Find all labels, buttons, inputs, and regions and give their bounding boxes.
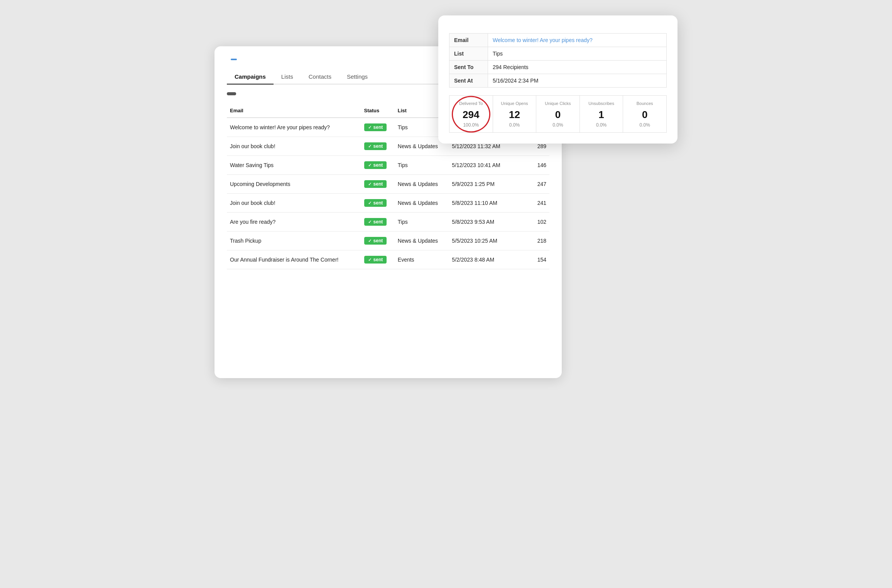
stat-box: Unique Opens 12 0.0%: [493, 95, 537, 133]
cell-recipients: 146: [512, 156, 549, 175]
cell-status: sent: [361, 137, 395, 156]
cell-sent-at: 5/8/2023 9:53 AM: [449, 213, 512, 231]
cell-list: News & Updates: [395, 175, 449, 194]
cell-email: Join our book club!: [227, 137, 361, 156]
stat-value: 0: [626, 109, 663, 121]
sent-badge: sent: [364, 161, 387, 169]
stat-value: 0: [539, 109, 576, 121]
stat-pct: 0.0%: [496, 122, 533, 128]
cell-email: Water Saving Tips: [227, 156, 361, 175]
cell-recipients: 247: [512, 175, 549, 194]
table-row[interactable]: Join our book club! sent News & Updates …: [227, 194, 549, 213]
stat-value: 294: [453, 109, 490, 121]
sent-badge: sent: [364, 142, 387, 150]
cell-list: Tips: [395, 156, 449, 175]
cell-status: sent: [361, 231, 395, 250]
cell-sent-at: 5/2/2023 8:48 AM: [449, 250, 512, 269]
col-header-email: Email: [227, 104, 361, 118]
sent-badge: sent: [364, 237, 387, 245]
campaigns-count-badge: [227, 92, 236, 95]
stat-box: Delivered To 294 100.0%: [449, 95, 493, 133]
stat-label: Bounces: [626, 101, 663, 106]
cell-recipients: 154: [512, 250, 549, 269]
stat-value: 1: [583, 109, 620, 121]
scene: Campaigns Lists Contacts Settings Email …: [215, 15, 677, 378]
tab-campaigns[interactable]: Campaigns: [227, 69, 274, 84]
details-field-label: Email: [449, 34, 488, 47]
stat-label: Unique Clicks: [539, 101, 576, 106]
cell-email: Are you fire ready?: [227, 213, 361, 231]
tab-lists[interactable]: Lists: [274, 69, 301, 84]
cell-sent-at: 5/8/2023 11:10 AM: [449, 194, 512, 213]
cell-list: News & Updates: [395, 231, 449, 250]
stat-box: Bounces 0 0.0%: [623, 95, 667, 133]
sent-badge: sent: [364, 199, 387, 207]
details-field-label: Sent To: [449, 61, 488, 74]
cell-list: News & Updates: [395, 194, 449, 213]
cell-email: Join our book club!: [227, 194, 361, 213]
stat-label: Unique Opens: [496, 101, 533, 106]
cell-email: Trash Pickup: [227, 231, 361, 250]
cell-recipients: 102: [512, 213, 549, 231]
details-field-label: Sent At: [449, 74, 488, 88]
details-field-value[interactable]: Welcome to winter! Are your pipes ready?: [488, 34, 667, 47]
cell-status: sent: [361, 213, 395, 231]
tab-contacts[interactable]: Contacts: [301, 69, 339, 84]
cell-status: sent: [361, 118, 395, 137]
cell-status: sent: [361, 194, 395, 213]
cell-status: sent: [361, 156, 395, 175]
cell-recipients: 241: [512, 194, 549, 213]
stat-label: Delivered To: [453, 101, 490, 106]
campaign-details-panel: EmailWelcome to winter! Are your pipes r…: [438, 15, 677, 144]
beta-badge: [231, 59, 237, 60]
stat-pct: 0.0%: [583, 122, 620, 128]
cell-email: Welcome to winter! Are your pipes ready?: [227, 118, 361, 137]
cell-sent-at: 5/9/2023 1:25 PM: [449, 175, 512, 194]
sent-badge: sent: [364, 180, 387, 188]
table-row[interactable]: Upcoming Developments sent News & Update…: [227, 175, 549, 194]
cell-status: sent: [361, 250, 395, 269]
stat-box: Unsubscribes 1 0.0%: [579, 95, 623, 133]
sent-badge: sent: [364, 123, 387, 131]
cell-sent-at: 5/12/2023 10:41 AM: [449, 156, 512, 175]
details-field-value: Tips: [488, 47, 667, 61]
stat-label: Unsubscribes: [583, 101, 620, 106]
col-header-status: Status: [361, 104, 395, 118]
sent-badge: sent: [364, 256, 387, 264]
details-info-table: EmailWelcome to winter! Are your pipes r…: [449, 33, 667, 88]
details-field-label: List: [449, 47, 488, 61]
cell-list: Events: [395, 250, 449, 269]
details-field-value: 5/16/2024 2:34 PM: [488, 74, 667, 88]
details-email-link[interactable]: Welcome to winter! Are your pipes ready?: [493, 37, 593, 43]
cell-email: Upcoming Developments: [227, 175, 361, 194]
cell-sent-at: 5/5/2023 10:25 AM: [449, 231, 512, 250]
table-row[interactable]: Water Saving Tips sent Tips 5/12/2023 10…: [227, 156, 549, 175]
sent-badge: sent: [364, 218, 387, 226]
stat-value: 12: [496, 109, 533, 121]
cell-recipients: 218: [512, 231, 549, 250]
table-row[interactable]: Trash Pickup sent News & Updates 5/5/202…: [227, 231, 549, 250]
tab-settings[interactable]: Settings: [339, 69, 375, 84]
stat-pct: 0.0%: [626, 122, 663, 128]
cell-email: Our Annual Fundraiser is Around The Corn…: [227, 250, 361, 269]
stat-box: Unique Clicks 0 0.0%: [536, 95, 580, 133]
details-field-value: 294 Recipients: [488, 61, 667, 74]
table-row[interactable]: Are you fire ready? sent Tips 5/8/2023 9…: [227, 213, 549, 231]
stat-pct: 0.0%: [539, 122, 576, 128]
stats-row: Delivered To 294 100.0% Unique Opens 12 …: [449, 95, 667, 133]
cell-status: sent: [361, 175, 395, 194]
stat-pct: 100.0%: [453, 122, 490, 128]
cell-list: Tips: [395, 213, 449, 231]
table-row[interactable]: Our Annual Fundraiser is Around The Corn…: [227, 250, 549, 269]
